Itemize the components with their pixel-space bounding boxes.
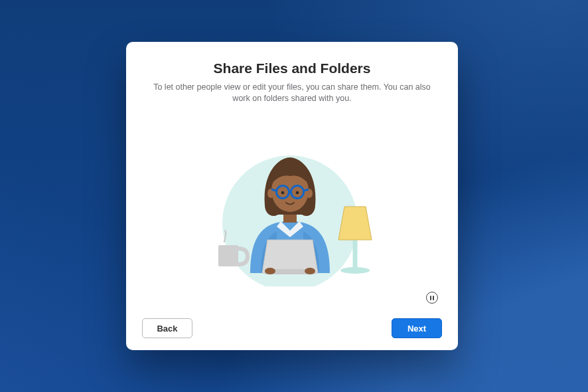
onboarding-dialog: Share Files and Folders To let other peo… — [126, 42, 458, 350]
illustration-area — [142, 104, 442, 316]
back-button[interactable]: Back — [142, 318, 192, 338]
svg-point-14 — [281, 191, 285, 195]
onboarding-illustration — [189, 134, 395, 286]
svg-line-13 — [304, 189, 309, 191]
dialog-title: Share Files and Folders — [142, 60, 442, 76]
pause-icon — [430, 296, 431, 300]
pause-icon — [433, 296, 434, 300]
svg-rect-3 — [218, 245, 238, 266]
dialog-subtitle: To let other people view or edit your fi… — [142, 82, 442, 104]
dialog-footer: Back Next — [142, 318, 442, 338]
pause-button[interactable] — [426, 292, 438, 304]
svg-point-17 — [305, 268, 315, 274]
svg-point-16 — [265, 268, 275, 274]
svg-point-15 — [296, 191, 299, 195]
svg-line-12 — [271, 189, 276, 191]
svg-rect-2 — [353, 240, 358, 270]
next-button[interactable]: Next — [392, 318, 442, 338]
